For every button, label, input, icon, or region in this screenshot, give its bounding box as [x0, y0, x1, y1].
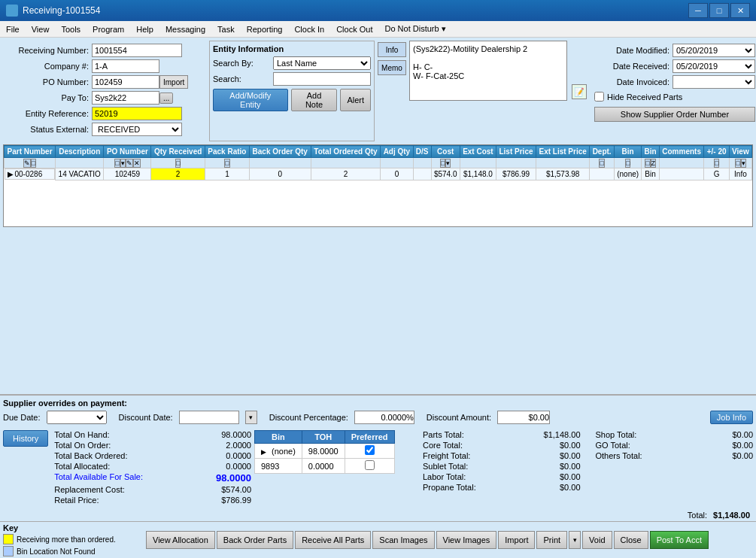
add-note-button[interactable]: Add Note: [291, 89, 338, 111]
supplier-override-title: Supplier overrides on payment:: [3, 399, 753, 408]
menu-view[interactable]: View: [26, 23, 56, 35]
import-button[interactable]: Import: [498, 531, 535, 549]
total-allocated-label: Total Allocated:: [54, 462, 110, 471]
freight-total-label: Freight Total:: [423, 451, 470, 460]
filter-z-16[interactable]: Z: [651, 159, 657, 168]
total-back-ordered-value: 0.0000: [206, 451, 251, 460]
status-external-label: Status External:: [6, 125, 89, 134]
bin-preferred-checkbox-1[interactable]: [365, 445, 375, 455]
bin-preferred-checkbox-2[interactable]: [365, 460, 375, 470]
filter-dd-14[interactable]: □: [599, 159, 604, 168]
menu-program[interactable]: Program: [87, 23, 130, 35]
company-number-input[interactable]: [92, 59, 159, 73]
add-modify-entity-button[interactable]: Add/Modify Entity: [213, 89, 288, 111]
ext-list-price-value: $1,573.98: [536, 168, 589, 180]
receiving-number-label: Receiving Number:: [6, 46, 89, 55]
memo-content-area: (Sys2k22)-Motility Dealership 2 H- C- W-…: [409, 41, 567, 101]
filter-dd-4[interactable]: □: [175, 159, 181, 168]
entity-reference-input[interactable]: [92, 107, 182, 120]
note-icon: 📝: [572, 84, 587, 99]
menu-tools[interactable]: Tools: [55, 23, 87, 35]
close-button-toolbar[interactable]: Close: [614, 531, 648, 549]
filter-dd-5[interactable]: □: [224, 159, 229, 168]
search-by-select[interactable]: Last Name: [273, 56, 371, 70]
void-button[interactable]: Void: [582, 531, 612, 549]
total-on-hand-value: 98.0000: [206, 430, 251, 439]
total-on-order-label: Total On Order:: [54, 441, 111, 450]
view-allocation-button[interactable]: View Allocation: [146, 531, 215, 549]
pay-to-dots-button[interactable]: ...: [159, 92, 173, 104]
filter-dd-3[interactable]: □: [114, 159, 120, 168]
filter-dd-19b[interactable]: ▾: [741, 159, 746, 168]
filter-dd-19a[interactable]: □: [735, 159, 740, 168]
date-received-select[interactable]: 05/20/2019: [673, 59, 755, 73]
menu-clock-out[interactable]: Clock Out: [330, 23, 378, 35]
back-order-parts-button[interactable]: Back Order Parts: [217, 531, 293, 549]
menu-do-not-disturb[interactable]: Do Not Disturb ▾: [378, 23, 451, 35]
col-plus-minus-20: +/- 20: [704, 146, 729, 158]
bin-row-1: ▶ (none) 98.0000: [255, 444, 395, 459]
filter-pencil-1[interactable]: ✎: [23, 159, 31, 168]
menu-reporting[interactable]: Reporting: [241, 23, 289, 35]
discount-date-input[interactable]: [179, 411, 239, 424]
part-number-value: 00-0286: [15, 170, 43, 178]
hide-received-parts-checkbox[interactable]: [594, 92, 604, 102]
retail-price-value: $786.99: [206, 496, 251, 505]
menu-clock-in[interactable]: Clock In: [288, 23, 330, 35]
filter-edit-3[interactable]: ✎: [126, 159, 133, 168]
pay-to-input[interactable]: [92, 91, 159, 105]
discount-amount-label: Discount Amount:: [427, 413, 491, 422]
filter-3b[interactable]: ▾: [120, 159, 126, 168]
scan-images-button[interactable]: Scan Images: [372, 531, 434, 549]
close-button[interactable]: ✕: [730, 3, 750, 18]
info-button[interactable]: Info: [378, 42, 406, 57]
others-total-label: Others Total:: [596, 451, 642, 460]
receiving-number-input[interactable]: [92, 44, 182, 57]
total-allocated-value: 0.0000: [206, 462, 251, 471]
discount-percentage-input[interactable]: [354, 411, 414, 424]
import-button-form[interactable]: Import: [159, 75, 188, 89]
print-button[interactable]: Print: [536, 531, 567, 549]
discount-amount-input[interactable]: [497, 411, 550, 424]
entity-info-panel: Entity Information Search By: Last Name …: [209, 41, 375, 141]
po-number-input[interactable]: [92, 75, 159, 89]
maximize-button[interactable]: □: [709, 3, 729, 18]
date-invoiced-select[interactable]: [673, 75, 755, 89]
show-supplier-order-number-button[interactable]: Show Supplier Order Number: [594, 107, 755, 122]
menu-help[interactable]: Help: [130, 23, 159, 35]
col-adj-qty: Adj Qty: [381, 146, 413, 158]
bin-col-toh: TOH: [302, 431, 345, 444]
col-cost: Cost: [431, 146, 460, 158]
total-on-order-value: 2.0000: [206, 441, 251, 450]
filter-dd-15[interactable]: □: [625, 159, 630, 168]
search-label: Search:: [213, 74, 273, 83]
menu-file[interactable]: File: [0, 23, 26, 35]
search-input[interactable]: [273, 72, 371, 86]
filter-dd-16[interactable]: □: [645, 159, 650, 168]
receive-all-parts-button[interactable]: Receive All Parts: [295, 531, 371, 549]
job-info-button[interactable]: Job Info: [710, 411, 753, 424]
list-price-value: $786.99: [496, 168, 536, 180]
menu-task[interactable]: Task: [211, 23, 241, 35]
row-arrow-icon: ▶: [8, 170, 14, 178]
date-modified-select[interactable]: 05/20/2019: [673, 44, 755, 57]
filter-search-1[interactable]: □: [31, 159, 36, 168]
minimize-button[interactable]: ─: [688, 3, 708, 18]
print-dropdown-button[interactable]: ▾: [569, 531, 581, 549]
post-to-acct-button[interactable]: Post To Acct: [650, 531, 709, 549]
due-date-select[interactable]: [47, 411, 107, 424]
menu-messaging[interactable]: Messaging: [159, 23, 211, 35]
filter-10b[interactable]: ▾: [445, 159, 451, 168]
bin-table-area: Bin TOH Preferred ▶ (none) 98.0000: [254, 430, 420, 506]
alert-button[interactable]: Alert: [340, 89, 371, 111]
memo-button[interactable]: Memo: [378, 60, 406, 75]
total-available-value: 98.0000: [206, 472, 251, 484]
filter-dd-18[interactable]: □: [714, 159, 719, 168]
discount-date-dropdown-btn[interactable]: ▾: [245, 411, 257, 424]
main-content: Receiving Number: Company #: PO Number: …: [0, 38, 756, 233]
status-external-select[interactable]: RECEIVED: [92, 123, 182, 136]
view-images-button[interactable]: View Images: [436, 531, 497, 549]
history-button[interactable]: History: [3, 430, 48, 447]
filter-x-3[interactable]: ✕: [133, 159, 141, 168]
date-received-label: Date Received:: [594, 62, 669, 71]
